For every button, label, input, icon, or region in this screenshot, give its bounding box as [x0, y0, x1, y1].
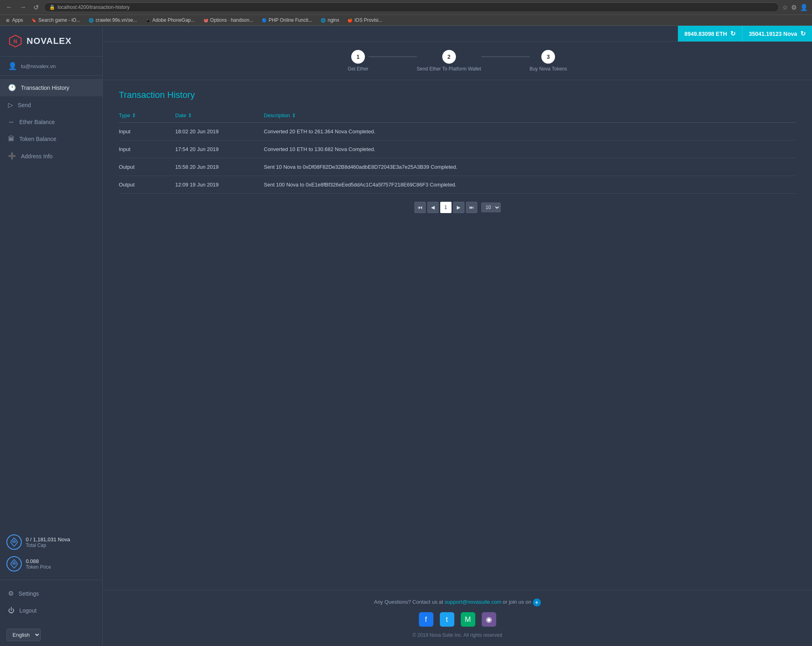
bookmark-icon-2: 🌐	[88, 17, 94, 23]
bookmark-crawler[interactable]: 🌐 crawler.99s.vn/se...	[87, 17, 139, 24]
steps-section: 1 Get Ether 2 Send Ether To Platform Wal…	[103, 42, 812, 80]
total-cap-details: 0 / 1,181,031 Nova Total Cap	[26, 536, 70, 548]
sidebar-item-send-label: Send	[18, 102, 31, 108]
sidebar-item-logout-label: Logout	[19, 607, 37, 614]
sidebar-item-ether-balance[interactable]: ↔ Ether Balance	[0, 114, 102, 130]
pagination-prev-button[interactable]: ◀	[427, 202, 439, 213]
sidebar-item-logout[interactable]: ⏻ Logout	[0, 602, 102, 619]
pagination-last-button[interactable]: ⏭	[466, 202, 477, 213]
sidebar-item-send[interactable]: ▷ Send	[0, 96, 102, 114]
address-bar[interactable]: 🔒 localhost:4200/transaction-history	[44, 2, 779, 12]
bookmark-label-1: Search game - iO...	[38, 17, 80, 23]
bookmark-icon-4: 🐙	[203, 17, 209, 23]
row-3-description: Sent 100 Nova to 0xE1e8fBf326eEed5ddAc1C…	[264, 182, 796, 188]
step-2-label: Send Ether To Platform Wallet	[417, 66, 481, 72]
svg-text:N: N	[13, 39, 17, 44]
col-date[interactable]: Date ⇕	[175, 112, 264, 118]
main-content: 8949.83098 ETH ↻ 35041.19123 Nova ↻ 1 Ge…	[103, 26, 812, 646]
twitter-button[interactable]: t	[440, 612, 454, 627]
step-1-circle: 1	[351, 50, 365, 64]
total-cap-card: 0 / 1,181,031 Nova Total Cap	[6, 531, 96, 553]
pagination-first-button[interactable]: ⏮	[414, 202, 426, 213]
sidebar-bottom: ⚙ Settings ⏻ Logout	[0, 580, 102, 624]
step-1-label: Get Ether	[348, 66, 368, 72]
bookmark-search-game[interactable]: 🔖 Search game - iO...	[29, 17, 82, 24]
eth-circle-1	[6, 534, 22, 550]
pagination-next-button[interactable]: ▶	[453, 202, 464, 213]
sidebar-item-transaction-history[interactable]: 🕐 Transaction History	[0, 79, 102, 96]
pagination: ⏮ ◀ 1 ▶ ⏭ 10	[119, 194, 796, 221]
sidebar-item-settings[interactable]: ⚙ Settings	[0, 585, 102, 602]
page-size-select[interactable]: 10	[481, 203, 501, 212]
token-price-label: Token Price	[26, 564, 51, 570]
step-line-1	[369, 56, 417, 57]
row-3-type: Output	[119, 182, 175, 188]
transaction-history-icon: 🕐	[8, 84, 16, 91]
forward-button[interactable]: →	[18, 3, 28, 12]
account-button[interactable]: 👤	[800, 4, 808, 11]
telegram-icon[interactable]: ✈	[533, 598, 541, 607]
twitter-icon: t	[446, 615, 448, 624]
row-0-date: 18:02 20 Jun 2019	[175, 128, 264, 135]
row-3-date: 12:09 19 Jun 2019	[175, 182, 264, 188]
pagination-page-1-button[interactable]: 1	[440, 202, 452, 213]
bookmark-nginx[interactable]: 🌐 nginx	[319, 17, 341, 24]
col-date-label: Date	[175, 112, 186, 118]
bookmark-ios[interactable]: 🍎 iOS Provisi...	[346, 17, 384, 24]
settings-icon: ⚙	[8, 590, 14, 597]
bookmark-icon-6: 🌐	[320, 17, 326, 23]
bookmarks-bar: ⊞ Apps 🔖 Search game - iO... 🌐 crawler.9…	[0, 15, 812, 26]
token-price-details: 0.088 Token Price	[26, 558, 51, 570]
bookmark-apps[interactable]: ⊞ Apps	[3, 17, 25, 24]
step-3-label: Buy Nova Tokens	[530, 66, 567, 72]
medium-button[interactable]: M	[461, 612, 475, 627]
url-text: localhost:4200/transaction-history	[58, 4, 130, 10]
facebook-button[interactable]: f	[419, 612, 433, 627]
row-2-date: 15:58 20 Jun 2019	[175, 164, 264, 170]
back-button[interactable]: ←	[4, 3, 14, 12]
bookmark-star-button[interactable]: ☆	[782, 4, 788, 11]
transaction-table: Type ⇕ Date ⇕ Description ⇕ Input 18:02 …	[119, 108, 796, 194]
table-row: Input 18:02 20 Jun 2019 Converted 20 ETH…	[119, 123, 796, 141]
language-select[interactable]: English	[6, 629, 41, 641]
bookmark-icon-3: 📱	[145, 17, 151, 23]
sidebar-nav: 🕐 Transaction History ▷ Send ↔ Ether Bal…	[0, 76, 102, 526]
bookmark-adobe[interactable]: 📱 Adobe PhoneGap...	[143, 17, 196, 24]
nova-balance-button[interactable]: 35041.19123 Nova ↻	[742, 26, 812, 41]
row-1-type: Input	[119, 146, 175, 152]
browser-toolbar: ← → ↺ 🔒 localhost:4200/transaction-histo…	[0, 0, 812, 15]
row-2-description: Sent 10 Nova to 0xDf08F82De32B8d460adbE8…	[264, 164, 796, 170]
contact-email-link[interactable]: support@novasuite.com	[445, 599, 501, 605]
github-button[interactable]: ◉	[482, 612, 496, 627]
eth-balance-amount: 8949.83098 ETH	[684, 31, 727, 37]
sidebar-item-settings-label: Settings	[19, 590, 39, 597]
step-3: 3 Buy Nova Tokens	[530, 50, 567, 72]
step-line-2	[481, 56, 530, 57]
sidebar-item-token-balance-label: Token Balance	[19, 136, 56, 142]
reload-button[interactable]: ↺	[31, 3, 41, 12]
sidebar-user: 👤 tu@novalex.vn	[0, 57, 102, 76]
step-3-circle: 3	[541, 50, 555, 64]
total-cap-label: Total Cap	[26, 542, 70, 548]
eth-balance-button[interactable]: 8949.83098 ETH ↻	[678, 26, 742, 41]
step-2-circle: 2	[442, 50, 456, 64]
bookmark-icon-1: 🔖	[31, 17, 37, 23]
col-type[interactable]: Type ⇕	[119, 112, 175, 118]
bookmark-php[interactable]: 🔵 PHP Online Functi...	[260, 17, 314, 24]
apps-grid-icon: ⊞	[5, 17, 10, 23]
sort-type-icon: ⇕	[132, 112, 136, 118]
sidebar-item-address-info[interactable]: ➕ Address Info	[0, 147, 102, 165]
col-description[interactable]: Description ⇕	[264, 112, 796, 118]
extensions-button[interactable]: ⚙	[791, 4, 797, 11]
bookmark-icon-7: 🍎	[347, 17, 353, 23]
bookmark-label-6: nginx	[327, 17, 339, 23]
app-container: N NOVALEX 👤 tu@novalex.vn 🕐 Transaction …	[0, 26, 812, 646]
novalex-logo-icon: N	[8, 34, 23, 48]
sidebar-item-address-info-label: Address Info	[21, 153, 53, 159]
sidebar-item-token-balance[interactable]: 🏛 Token Balance	[0, 130, 102, 147]
table-row: Output 12:09 19 Jun 2019 Sent 100 Nova t…	[119, 176, 796, 194]
content-area: Transaction History Type ⇕ Date ⇕ Descri…	[103, 80, 812, 590]
step-2: 2 Send Ether To Platform Wallet	[417, 50, 481, 72]
bookmark-options[interactable]: 🐙 Options · handson...	[201, 17, 255, 24]
address-info-icon: ➕	[8, 152, 16, 160]
